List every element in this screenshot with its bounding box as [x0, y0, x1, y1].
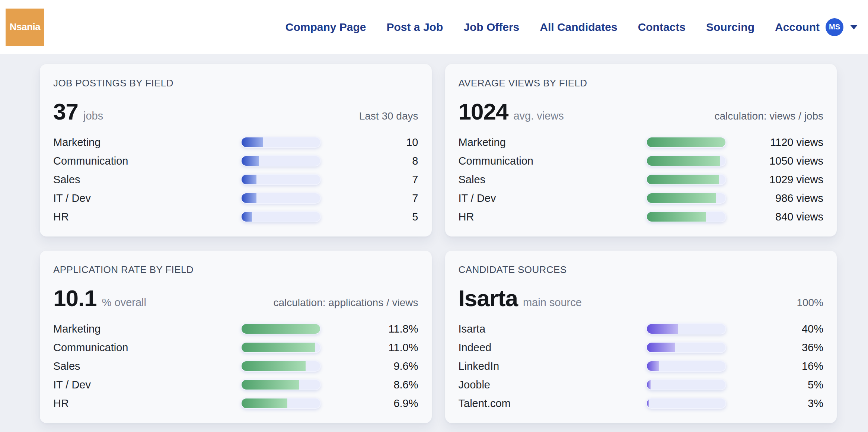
row-label: IT / Dev: [53, 192, 241, 204]
stat-row: Isarta 40%: [459, 320, 824, 338]
bar-track: [241, 174, 321, 185]
chevron-down-icon: [850, 25, 858, 29]
stat-row: HR 6.9%: [53, 394, 418, 413]
card-job-postings: JOB POSTINGS BY FIELD 37 jobs Last 30 da…: [40, 64, 432, 236]
stat-row: Communication 11.0%: [53, 338, 418, 357]
headline-unit: % overall: [102, 296, 146, 309]
row-value: 16%: [726, 360, 824, 372]
bar-fill: [242, 343, 315, 352]
stat-row: Sales 7: [53, 170, 418, 189]
main-nav: Company Page Post a Job Job Offers All C…: [285, 18, 858, 36]
row-value: 1120 views: [726, 136, 824, 149]
card-headline: 1024 avg. views calculation: views / job…: [459, 100, 824, 123]
headline-meta: calculation: applications / views: [273, 297, 418, 309]
row-value: 8: [321, 155, 418, 167]
bar-fill: [647, 380, 651, 390]
card-average-views: AVERAGE VIEWS BY FIELD 1024 avg. views c…: [445, 64, 837, 236]
row-label: HR: [459, 211, 646, 223]
row-label: Marketing: [53, 136, 241, 149]
account-label: Account: [775, 21, 820, 34]
stat-row: Jooble 5%: [459, 375, 824, 394]
row-label: IT / Dev: [53, 379, 241, 391]
headline-unit: avg. views: [513, 110, 564, 122]
stat-row: IT / Dev 986 views: [459, 189, 824, 207]
stat-row: Talent.com 3%: [459, 394, 824, 413]
card-candidate-sources: CANDIDATE SOURCES Isarta main source 100…: [445, 251, 837, 423]
brand-logo[interactable]: Nsania: [6, 9, 44, 46]
bar-track: [241, 137, 321, 148]
bar-fill: [647, 193, 716, 203]
stat-row: Indeed 36%: [459, 338, 824, 357]
stat-row: LinkedIn 16%: [459, 357, 824, 375]
row-value: 9.6%: [321, 360, 418, 372]
bar-track: [646, 323, 726, 334]
row-value: 7: [321, 192, 418, 204]
bar-fill: [242, 156, 259, 166]
row-value: 11.0%: [321, 342, 418, 354]
stat-rows: Isarta 40% Indeed 36% LinkedIn 16% Joobl…: [459, 320, 824, 413]
account-menu[interactable]: Account MS: [775, 18, 858, 36]
row-value: 3%: [726, 397, 824, 410]
headline-meta: Last 30 days: [359, 110, 418, 122]
nav-sourcing[interactable]: Sourcing: [706, 21, 754, 34]
bar-track: [646, 360, 726, 372]
bar-fill: [242, 175, 256, 184]
nav-job-offers[interactable]: Job Offers: [463, 21, 519, 34]
headline-value: Isarta: [459, 287, 518, 310]
stat-row: Marketing 1120 views: [459, 133, 824, 152]
bar-track: [241, 155, 321, 166]
row-value: 40%: [726, 323, 824, 335]
bar-fill: [647, 156, 721, 166]
card-headline: 37 jobs Last 30 days: [53, 100, 418, 123]
bar-fill: [242, 137, 263, 147]
row-label: Indeed: [459, 342, 646, 354]
brand-logo-text: Nsania: [10, 21, 40, 33]
row-value: 5: [321, 211, 418, 223]
bar-fill: [242, 380, 299, 390]
row-value: 1029 views: [726, 174, 824, 186]
bar-track: [646, 193, 726, 204]
bar-track: [646, 174, 726, 185]
bar-fill: [647, 212, 706, 222]
row-label: Communication: [459, 155, 646, 167]
card-title: APPLICATION RATE BY FIELD: [53, 264, 418, 276]
bar-track: [241, 398, 321, 409]
card-title: CANDIDATE SOURCES: [459, 264, 824, 276]
row-label: Jooble: [459, 379, 646, 391]
bar-fill: [647, 361, 660, 371]
headline-unit: jobs: [83, 110, 103, 122]
stat-row: Communication 1050 views: [459, 152, 824, 170]
bar-fill: [647, 398, 649, 408]
nav-all-candidates[interactable]: All Candidates: [540, 21, 617, 34]
stat-row: Sales 1029 views: [459, 170, 824, 189]
bar-fill: [242, 324, 320, 334]
row-value: 840 views: [726, 211, 824, 223]
stat-row: IT / Dev 8.6%: [53, 375, 418, 394]
row-label: Talent.com: [459, 397, 646, 410]
stat-rows: Marketing 1120 views Communication 1050 …: [459, 133, 824, 226]
row-value: 1050 views: [726, 155, 824, 167]
row-value: 986 views: [726, 192, 824, 204]
stat-row: IT / Dev 7: [53, 189, 418, 207]
nav-company-page[interactable]: Company Page: [285, 21, 366, 34]
nav-contacts[interactable]: Contacts: [638, 21, 686, 34]
bar-fill: [242, 193, 256, 203]
row-label: Sales: [53, 360, 241, 372]
row-label: Isarta: [459, 323, 646, 335]
row-label: Sales: [53, 174, 241, 186]
row-label: IT / Dev: [459, 192, 646, 204]
row-label: Marketing: [459, 136, 646, 149]
bar-track: [241, 379, 321, 390]
stat-rows: Marketing 10 Communication 8 Sales 7 IT …: [53, 133, 418, 226]
avatar-initials: MS: [829, 23, 840, 31]
row-label: Communication: [53, 155, 241, 167]
bar-track: [646, 137, 726, 148]
bar-track: [241, 342, 321, 353]
row-value: 36%: [726, 342, 824, 354]
avatar[interactable]: MS: [826, 18, 843, 36]
bar-track: [241, 323, 321, 334]
bar-track: [241, 193, 321, 204]
card-headline: Isarta main source 100%: [459, 287, 824, 310]
nav-post-a-job[interactable]: Post a Job: [387, 21, 443, 34]
stat-row: Marketing 11.8%: [53, 320, 418, 338]
